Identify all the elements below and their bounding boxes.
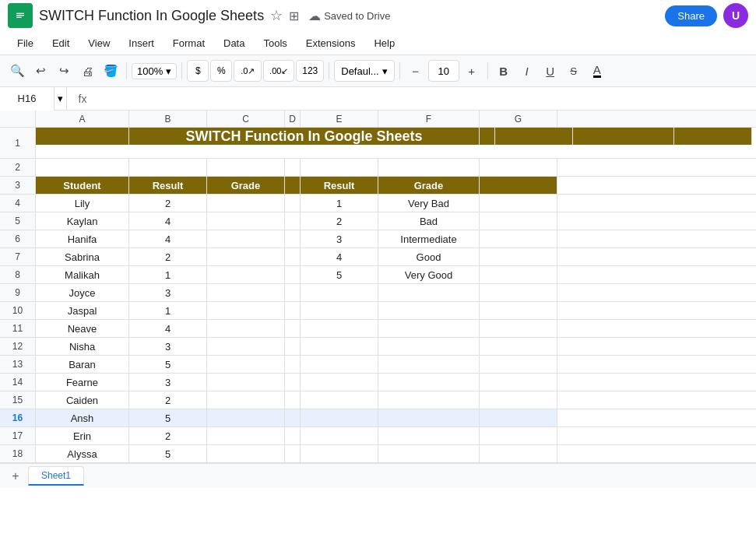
cell-d8[interactable] bbox=[285, 266, 301, 283]
dec-dec-btn[interactable]: .00↙ bbox=[263, 60, 294, 82]
cell-c3[interactable]: Grade bbox=[207, 177, 285, 194]
dec-inc-btn[interactable]: .0↗ bbox=[234, 60, 262, 82]
menu-edit[interactable]: Edit bbox=[44, 34, 77, 52]
cell-f1[interactable] bbox=[573, 128, 674, 145]
num-format-btn[interactable]: 123 bbox=[296, 60, 324, 82]
cell-c9[interactable] bbox=[207, 284, 285, 301]
cell-c6[interactable] bbox=[207, 230, 285, 247]
cell-c15[interactable] bbox=[207, 391, 285, 409]
cell-ref-dropdown[interactable]: ▾ bbox=[55, 87, 67, 111]
cell-f3[interactable]: Grade bbox=[378, 177, 480, 194]
strikethrough-btn[interactable]: S bbox=[563, 60, 585, 82]
cell-f7[interactable]: Good bbox=[378, 248, 480, 265]
cell-g11[interactable] bbox=[480, 320, 557, 337]
cell-f17[interactable] bbox=[378, 427, 480, 444]
cell-c12[interactable] bbox=[207, 338, 285, 355]
font-size-input[interactable]: 10 bbox=[428, 60, 459, 82]
cell-g15[interactable] bbox=[480, 391, 557, 409]
cell-b4[interactable]: 2 bbox=[129, 195, 207, 212]
col-header-c[interactable]: C bbox=[207, 111, 285, 127]
cell-d11[interactable] bbox=[285, 320, 301, 337]
cell-f16[interactable] bbox=[378, 409, 480, 426]
cell-c14[interactable] bbox=[207, 374, 285, 391]
cell-c10[interactable] bbox=[207, 302, 285, 319]
add-sheet-button[interactable]: + bbox=[6, 467, 25, 486]
font-family-selector[interactable]: Defaul... ▾ bbox=[334, 60, 394, 82]
cell-f14[interactable] bbox=[378, 374, 480, 391]
cell-b9[interactable]: 3 bbox=[129, 284, 207, 301]
cell-g4[interactable] bbox=[480, 195, 557, 212]
cell-e5[interactable]: 2 bbox=[301, 212, 378, 230]
cell-f4[interactable]: Very Bad bbox=[378, 195, 480, 212]
cell-d6[interactable] bbox=[285, 230, 301, 247]
drive-icon[interactable]: ⊞ bbox=[289, 9, 299, 23]
cell-c2[interactable] bbox=[207, 159, 285, 176]
cell-g12[interactable] bbox=[480, 338, 557, 355]
cell-c11[interactable] bbox=[207, 320, 285, 337]
cell-e2[interactable] bbox=[301, 159, 378, 176]
cell-b15[interactable]: 2 bbox=[129, 391, 207, 409]
cell-b18[interactable]: 5 bbox=[129, 445, 207, 462]
cell-e4[interactable]: 1 bbox=[301, 195, 378, 212]
cell-b17[interactable]: 2 bbox=[129, 427, 207, 444]
cell-reference[interactable]: H16 bbox=[0, 87, 55, 111]
cell-a18[interactable]: Alyssa bbox=[36, 445, 129, 462]
cell-a1[interactable] bbox=[36, 128, 129, 145]
cell-c17[interactable] bbox=[207, 427, 285, 444]
cell-e10[interactable] bbox=[301, 302, 378, 319]
cell-a12[interactable]: Nisha bbox=[36, 338, 129, 355]
menu-format[interactable]: Format bbox=[165, 34, 213, 52]
cell-f18[interactable] bbox=[378, 445, 480, 462]
font-color-btn[interactable]: A bbox=[586, 60, 608, 82]
cell-c18[interactable] bbox=[207, 445, 285, 462]
cell-f15[interactable] bbox=[378, 391, 480, 409]
cell-b14[interactable]: 3 bbox=[129, 374, 207, 391]
cell-c4[interactable] bbox=[207, 195, 285, 212]
cell-g3[interactable] bbox=[480, 177, 557, 194]
font-size-decrease-btn[interactable]: − bbox=[405, 60, 427, 82]
cell-a9[interactable]: Joyce bbox=[36, 284, 129, 301]
col-header-g[interactable]: G bbox=[480, 111, 557, 127]
cell-a6[interactable]: Hanifa bbox=[36, 230, 129, 247]
cell-g10[interactable] bbox=[480, 302, 557, 319]
menu-insert[interactable]: Insert bbox=[121, 34, 162, 52]
cell-d9[interactable] bbox=[285, 284, 301, 301]
cell-e9[interactable] bbox=[301, 284, 378, 301]
cell-a7[interactable]: Sabrina bbox=[36, 248, 129, 265]
cell-f10[interactable] bbox=[378, 302, 480, 319]
cell-f5[interactable]: Bad bbox=[378, 212, 480, 230]
print-btn[interactable]: 🖨 bbox=[76, 60, 98, 82]
zoom-selector[interactable]: 100% ▾ bbox=[132, 63, 177, 79]
cell-d13[interactable] bbox=[285, 356, 301, 373]
cell-f12[interactable] bbox=[378, 338, 480, 355]
cell-c13[interactable] bbox=[207, 356, 285, 373]
undo-btn[interactable]: ↩ bbox=[30, 60, 51, 82]
cell-b2[interactable] bbox=[129, 159, 207, 176]
cell-d1[interactable] bbox=[480, 128, 495, 145]
user-avatar[interactable]: U bbox=[723, 3, 748, 28]
cell-a10[interactable]: Jaspal bbox=[36, 302, 129, 319]
col-header-b[interactable]: B bbox=[129, 111, 207, 127]
col-header-f[interactable]: F bbox=[378, 111, 480, 127]
cell-e16[interactable] bbox=[301, 409, 378, 426]
cell-b16[interactable]: 5 bbox=[129, 409, 207, 426]
cell-b11[interactable]: 4 bbox=[129, 320, 207, 337]
cell-e12[interactable] bbox=[301, 338, 378, 355]
cell-a13[interactable]: Baran bbox=[36, 356, 129, 373]
cell-e14[interactable] bbox=[301, 374, 378, 391]
cell-g7[interactable] bbox=[480, 248, 557, 265]
cell-a16[interactable]: Ansh bbox=[36, 409, 129, 426]
cell-g18[interactable] bbox=[480, 445, 557, 462]
cell-f8[interactable]: Very Good bbox=[378, 266, 480, 283]
cell-e18[interactable] bbox=[301, 445, 378, 462]
cell-b13[interactable]: 5 bbox=[129, 356, 207, 373]
cell-e6[interactable]: 3 bbox=[301, 230, 378, 247]
cell-b10[interactable]: 1 bbox=[129, 302, 207, 319]
cell-d10[interactable] bbox=[285, 302, 301, 319]
col-header-d[interactable]: D bbox=[285, 111, 301, 127]
menu-view[interactable]: View bbox=[80, 34, 118, 52]
col-header-e[interactable]: E bbox=[301, 111, 378, 127]
cell-d15[interactable] bbox=[285, 391, 301, 409]
cell-a14[interactable]: Fearne bbox=[36, 374, 129, 391]
cell-d3[interactable] bbox=[285, 177, 301, 194]
